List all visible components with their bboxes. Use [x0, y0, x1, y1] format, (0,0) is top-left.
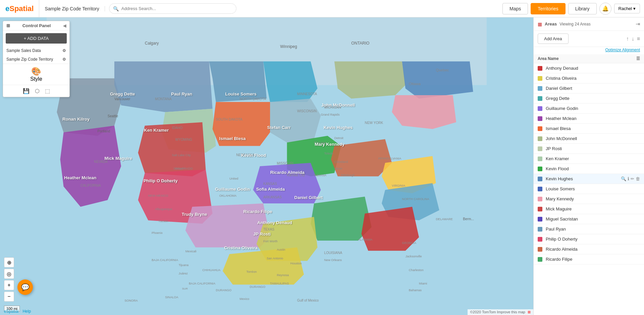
- layer-sales-data[interactable]: Sample Sales Data ⚙: [3, 46, 69, 55]
- locate-button[interactable]: ⊕: [4, 257, 14, 267]
- add-area-button[interactable]: Add Area: [538, 34, 569, 44]
- svg-text:KANSAS: KANSAS: [263, 182, 277, 186]
- column-menu-icon[interactable]: ☰: [636, 56, 640, 61]
- search-icon[interactable]: 🔍: [621, 176, 626, 181]
- area-item-mary-kennedy[interactable]: Mary Kennedy: [534, 194, 644, 204]
- optimize-alignment[interactable]: Optimize Alignment: [534, 47, 644, 54]
- svg-text:NORTH CAROLINA: NORTH CAROLINA: [402, 197, 430, 201]
- color-indicator: [538, 197, 542, 201]
- control-panel-title: Control Panel: [22, 23, 51, 28]
- svg-text:Kansas City: Kansas City: [287, 173, 306, 177]
- chevron-down-icon: ▾: [633, 6, 636, 11]
- svg-text:Pittsburgh: Pittsburgh: [341, 174, 355, 177]
- library-button[interactable]: Library: [568, 3, 597, 14]
- up-arrow-icon[interactable]: ↑: [626, 36, 629, 42]
- export-icon[interactable]: ⬚: [45, 88, 50, 94]
- svg-text:San Antonio: San Antonio: [267, 257, 283, 260]
- area-name-text: JP Rosti: [546, 146, 640, 151]
- area-item-anthony-denaud[interactable]: Anthony Denaud: [534, 63, 644, 73]
- color-indicator: [538, 167, 542, 171]
- svg-text:Toledo: Toledo: [324, 152, 333, 155]
- area-item-philip-o-doherty[interactable]: Philip O Doherty: [534, 234, 644, 244]
- settings-icon[interactable]: ⚙: [62, 48, 66, 53]
- search-area[interactable]: 🔍: [105, 3, 273, 14]
- svg-text:Gulf of Mexico: Gulf of Mexico: [297, 299, 319, 302]
- map-container[interactable]: Calgary Winnipeg ONTARIO Quebec Ottawa V…: [0, 17, 533, 315]
- settings-icon-2[interactable]: ⚙: [62, 57, 66, 62]
- add-data-button[interactable]: + ADD DATA: [6, 33, 67, 44]
- style-area[interactable]: 🎨 Style: [3, 64, 69, 85]
- compass-button[interactable]: ◎: [4, 269, 14, 279]
- down-arrow-icon[interactable]: ↓: [632, 36, 634, 42]
- svg-marker-6: [334, 61, 406, 99]
- svg-text:WYOMING: WYOMING: [175, 138, 193, 141]
- notification-bell[interactable]: 🔔: [599, 3, 611, 15]
- svg-text:Austin: Austin: [277, 248, 285, 251]
- area-item-paul-ryan[interactable]: Paul Ryan: [534, 224, 644, 234]
- share-icon[interactable]: ⬡: [35, 88, 40, 94]
- svg-text:ARIZONA: ARIZONA: [162, 180, 175, 184]
- svg-marker-14: [392, 95, 456, 129]
- save-icon[interactable]: 💾: [23, 88, 30, 94]
- area-item-ricardo-almeida[interactable]: Ricardo Almeida: [534, 244, 644, 254]
- svg-text:Mexicali: Mexicali: [185, 250, 197, 253]
- svg-text:NEW YORK: NEW YORK: [365, 121, 383, 125]
- color-indicator: [538, 76, 542, 81]
- area-item-miguel-sacristan[interactable]: Miguel Sacristan: [534, 214, 644, 224]
- help-link[interactable]: Help: [22, 309, 31, 314]
- zoom-in-button[interactable]: +: [4, 280, 14, 290]
- area-item-heather-mclean[interactable]: Heather Mclean: [534, 114, 644, 124]
- espatial-link[interactable]: eSpatial: [4, 309, 18, 314]
- area-list[interactable]: Anthony DenaudCristina OliveiraDaniel Gi…: [534, 63, 644, 315]
- search-input[interactable]: [109, 3, 236, 14]
- svg-text:Bahamas: Bahamas: [409, 289, 422, 292]
- svg-text:DURANGO: DURANGO: [250, 285, 265, 289]
- area-item-gregg-dette[interactable]: Gregg Dette: [534, 93, 644, 104]
- svg-text:SOUTH DAKOTA: SOUTH DAKOTA: [216, 118, 243, 121]
- area-item-kevin-hughes[interactable]: Kevin Hughes🔍ℹ✏🗑: [534, 174, 644, 184]
- area-item-mick-maguire[interactable]: Mick Maguire: [534, 204, 644, 214]
- area-item-guillaume-godin[interactable]: Guillaume Godin: [534, 104, 644, 114]
- viewing-text: Viewing 24 Areas: [559, 22, 591, 26]
- user-menu[interactable]: Rachel ▾: [614, 4, 640, 13]
- svg-text:NEW MEXICO: NEW MEXICO: [148, 194, 168, 197]
- info-icon[interactable]: ℹ: [628, 176, 629, 181]
- svg-text:ONTARIO: ONTARIO: [351, 41, 369, 46]
- area-item-daniel-gilbert[interactable]: Daniel Gilbert: [534, 83, 644, 93]
- chat-button[interactable]: 💬: [17, 279, 33, 295]
- expand-icon[interactable]: ⇥: [636, 21, 640, 27]
- area-item-louise-somers[interactable]: Louise Somers: [534, 184, 644, 194]
- svg-text:Fort Worth: Fort Worth: [263, 240, 278, 243]
- svg-text:Grand Rapids: Grand Rapids: [321, 113, 339, 116]
- svg-text:Salt Lake City: Salt Lake City: [172, 153, 191, 157]
- logo-area: eSpatial: [0, 0, 39, 17]
- svg-text:SONORA: SONORA: [124, 299, 138, 302]
- zoom-out-button[interactable]: −: [4, 292, 14, 302]
- svg-marker-11: [138, 122, 206, 176]
- svg-text:Albuquerque: Albuquerque: [155, 207, 172, 211]
- area-name-text: Ismael Blesa: [546, 126, 640, 131]
- footer-links: eSpatial Help: [0, 308, 35, 315]
- territories-button[interactable]: Territories: [531, 3, 565, 14]
- color-indicator: [538, 146, 542, 151]
- svg-text:Detroit: Detroit: [334, 136, 343, 140]
- color-indicator: [538, 227, 542, 232]
- area-item-kevin-flood[interactable]: Kevin Flood: [534, 164, 644, 174]
- logo[interactable]: eSpatial: [5, 4, 34, 13]
- edit-icon[interactable]: ✏: [631, 176, 634, 181]
- area-item-cristina-oliveira[interactable]: Cristina Oliveira: [534, 73, 644, 83]
- area-item-jp-rosti[interactable]: JP Rosti: [534, 144, 644, 154]
- collapse-icon[interactable]: ◀: [63, 23, 66, 28]
- maps-button[interactable]: Maps: [502, 3, 528, 14]
- area-item-ismael-blesa[interactable]: Ismael Blesa: [534, 124, 644, 134]
- area-item-ricardo-filipe[interactable]: Ricardo Filipe: [534, 254, 644, 264]
- svg-text:Phoenix: Phoenix: [152, 231, 163, 235]
- logo-e: e: [5, 4, 9, 13]
- color-indicator: [538, 136, 542, 141]
- area-item-john-mcdonnell[interactable]: John McDonnell: [534, 134, 644, 144]
- area-name-text: Ken Kramer: [546, 156, 640, 161]
- area-item-ken-kramer[interactable]: Ken Kramer: [534, 154, 644, 164]
- delete-icon[interactable]: 🗑: [636, 176, 640, 181]
- layer-zip-territory[interactable]: Sample Zip Code Territory ⚙: [3, 55, 69, 64]
- menu-icon[interactable]: ≡: [637, 36, 640, 42]
